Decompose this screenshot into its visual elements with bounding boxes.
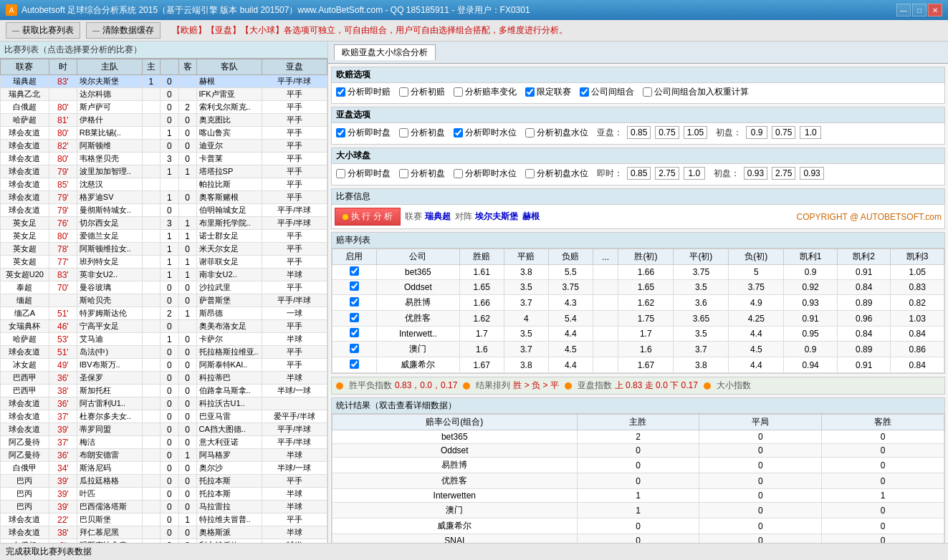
match-time: 39'	[49, 488, 77, 501]
match-row[interactable]: 冰女超 49' IBV布斯万.. 0 0 阿斯泰特KAI.. 平手	[1, 359, 327, 372]
stats-row[interactable]: 易胜博 0 0 0	[332, 458, 944, 473]
odds-win-init: 1.66	[618, 265, 674, 280]
match-row[interactable]: 英女足 76' 切尔西女足 3 1 布里斯托学院.. 平手/半球	[1, 217, 327, 230]
ou-opt-initial[interactable]: 分析初赔	[399, 86, 445, 98]
ou-change-checkbox[interactable]	[454, 87, 463, 97]
ou-opt-immediate[interactable]: 分析即时赔	[336, 86, 391, 98]
ou-weight-checkbox[interactable]	[643, 87, 652, 97]
odds-enabled[interactable]	[332, 357, 377, 373]
match-row[interactable]: 哈萨超 53' 艾马迪 1 0 卡萨尔 半球	[1, 333, 327, 346]
maximize-button[interactable]: □	[912, 4, 927, 16]
bs-opt-immediate[interactable]: 分析即时盘	[336, 168, 391, 180]
bs-opt-initial-water[interactable]: 分析初盘水位	[525, 168, 588, 180]
match-row[interactable]: 女瑞典杯 46' 宁高平女足 0 奥美布洛女足 平手	[1, 320, 327, 333]
stats-row[interactable]: SNAI 0 0 0	[332, 534, 944, 544]
minimize-button[interactable]: —	[896, 4, 911, 16]
match-row[interactable]: 泰超 70' 曼谷玻璃 0 0 沙拉武里 平手	[1, 281, 327, 294]
stats-row[interactable]: Interwetten 1 0 1	[332, 489, 944, 503]
bs-opt-initial[interactable]: 分析初盘	[399, 168, 445, 180]
match-row[interactable]: 球会友道 79' 曼彻斯特城女.. 0 伯明翰城女足 平手/半球	[1, 204, 327, 217]
ou-opt-change[interactable]: 分析赔率变化	[454, 86, 517, 98]
match-row[interactable]: 巴西甲 36' 圣保罗 0 0 科拉蒂巴 半球	[1, 372, 327, 385]
stats-row[interactable]: 威廉希尔 0 0 0	[332, 518, 944, 534]
ou-opt-combo[interactable]: 公司间组合	[580, 86, 634, 98]
match-row[interactable]: 球会友道 22' 巴贝斯堡 0 1 特拉维夫冒普.. 平手	[1, 513, 327, 526]
odds-enabled[interactable]	[332, 342, 377, 357]
match-row[interactable]: 球会友道 39' 蒂罗同盟 0 0 CA挡大图德.. 平手/半球	[1, 423, 327, 436]
match-row[interactable]: 球会友道 38' 拜仁慕尼黑 0 0 奥格斯派 半球	[1, 526, 327, 539]
match-row[interactable]: 球会友道 37' 杜赛尔多夫女.. 0 0 巴亚马雷 爱平手/半球	[1, 410, 327, 423]
ou-immediate-checkbox[interactable]	[336, 87, 345, 97]
odds-enabled-checkbox[interactable]	[350, 313, 359, 322]
odds-enabled[interactable]	[332, 295, 377, 311]
match-row[interactable]: 球会友道 85' 沈慈汉 帕拉比斯 平手	[1, 178, 327, 191]
fetch-matches-button[interactable]: 获取比赛列表	[6, 22, 80, 39]
match-row[interactable]: 英女超 78' 阿斯顿维拉女.. 1 0 米天尔女足 平手	[1, 243, 327, 256]
match-row[interactable]: 缅超 斯哈贝壳 0 0 萨普斯堡 平手/半球	[1, 294, 327, 307]
match-row[interactable]: 巴西甲 38' 斯加托枉 0 0 伯路拿马斯拿.. 半球/一球	[1, 385, 327, 397]
match-row[interactable]: 巴丙 39' 叶匹 0 0 托拉本斯 半球	[1, 488, 327, 501]
asian-immediate-checkbox[interactable]	[336, 128, 345, 137]
match-row[interactable]: 缅乙A 51' 特罗姆斯达伦 2 1 斯昂德 一球	[1, 307, 327, 320]
execute-analysis-button[interactable]: 执 行 分 析	[335, 208, 401, 226]
bs-water-checkbox[interactable]	[454, 169, 463, 178]
odds-enabled-checkbox[interactable]	[350, 359, 359, 369]
ou-combo-checkbox[interactable]	[580, 87, 589, 97]
odds-enabled[interactable]	[332, 265, 377, 280]
asian-initial-water-checkbox[interactable]	[525, 128, 535, 137]
odds-enabled-checkbox[interactable]	[350, 297, 359, 306]
tab-comprehensive[interactable]: 欧赔亚盘大小综合分析	[334, 44, 436, 60]
ou-opt-league[interactable]: 限定联赛	[525, 86, 571, 98]
asian-water-checkbox[interactable]	[454, 128, 463, 137]
match-row[interactable]: 英女超U20 83' 英非女U2.. 1 1 南非女U2.. 半球	[1, 269, 327, 281]
odds-enabled-checkbox[interactable]	[350, 328, 359, 337]
asian-opt-initial[interactable]: 分析初盘	[399, 127, 445, 139]
match-table-container[interactable]: 联赛 时 主队 主 客 客队 亚盘 瑞典超 83' 埃尔夫斯堡 1 0 赫根 平…	[0, 59, 327, 543]
match-row[interactable]: 巴丙 39' 瓜拉廷格格 0 0 托拉本斯 平手	[1, 475, 327, 488]
match-row[interactable]: 英女超 77' 班列特女足 1 1 谢菲联女足 平手	[1, 256, 327, 269]
odds-enabled-checkbox[interactable]	[350, 266, 359, 276]
match-row[interactable]: 阿乙曼待 36' 布朗安德雷 0 1 阿马格罗 半球	[1, 449, 327, 462]
stats-row[interactable]: Oddset 0 0 0	[332, 444, 944, 458]
close-button[interactable]: ✕	[928, 4, 942, 16]
odds-enabled[interactable]	[332, 280, 377, 295]
asian-opt-immediate[interactable]: 分析即时盘	[336, 127, 391, 139]
odds-enabled-checkbox[interactable]	[350, 344, 359, 353]
odds-k2: 0.96	[837, 311, 891, 327]
match-row[interactable]: 瑞典乙北 达尔科德 0 IFK卢雷亚 平手	[1, 88, 327, 101]
match-row[interactable]: 球会友道 80' RB莱比锡(.. 1 0 喀山鲁宾 平手	[1, 127, 327, 140]
match-row[interactable]: 球会友道 36' 阿古雷利U1.. 0 0 科拉沃古U1..	[1, 397, 327, 410]
ou-opt-weight[interactable]: 公司间组合加入权重计算	[643, 86, 749, 98]
match-row[interactable]: 白俄超 9' 明斯克迪拿摩 0 0 利文特侨效 球半	[1, 539, 327, 544]
match-row[interactable]: 哈萨超 81' 伊格什 0 0 奥克图比 平手	[1, 114, 327, 127]
asian-opt-initial-water[interactable]: 分析初盘水位	[525, 127, 588, 139]
odds-enabled-checkbox[interactable]	[350, 281, 359, 291]
asian-opt-water[interactable]: 分析即时水位	[454, 127, 517, 139]
clear-cache-button[interactable]: 清除数据缓存	[86, 22, 161, 39]
match-row[interactable]: 巴丙 39' 巴西儒洛塔斯 0 0 马拉雷拉 半球	[1, 501, 327, 513]
window-controls[interactable]: — □ ✕	[896, 4, 942, 16]
match-row[interactable]: 瑞典超 83' 埃尔夫斯堡 1 0 赫根 平手/半球	[1, 75, 327, 88]
match-row[interactable]: 英女足 80' 爱德兰女足 1 1 诺士郡女足 平手	[1, 230, 327, 243]
match-h	[143, 372, 161, 385]
match-row[interactable]: 球会友道 79' 波里加加智理.. 1 1 塔塔拉SP 平手	[1, 165, 327, 178]
bs-initial-water-checkbox[interactable]	[525, 169, 535, 178]
match-row[interactable]: 球会友道 79' 格罗迪SV 1 0 奥客斯赌根 平手	[1, 191, 327, 204]
match-row[interactable]: 球会友道 82' 阿斯顿维 0 0 迪亚尔 平手	[1, 140, 327, 153]
bs-initial-checkbox[interactable]	[399, 169, 408, 178]
bs-opt-water[interactable]: 分析即时水位	[454, 168, 517, 180]
ou-league-checkbox[interactable]	[525, 87, 535, 97]
stats-row[interactable]: 澳门 1 0 0	[332, 503, 944, 518]
odds-enabled[interactable]	[332, 327, 377, 342]
asian-initial-checkbox[interactable]	[399, 128, 408, 137]
match-row[interactable]: 阿乙曼待 37' 梅洁 0 0 意大利亚诺 平手/半球	[1, 436, 327, 449]
stats-row[interactable]: bet365 2 0 0	[332, 430, 944, 444]
match-row[interactable]: 白俄超 80' 斯卢萨可 0 2 索利戈尔斯克.. 平手	[1, 101, 327, 114]
bs-immediate-checkbox[interactable]	[336, 169, 345, 178]
stats-row[interactable]: 优胜客 0 0 0	[332, 473, 944, 489]
match-row[interactable]: 白俄甲 34' 斯洛尼码 0 0 奥尔沙 半球/一球	[1, 462, 327, 475]
odds-enabled[interactable]	[332, 311, 377, 327]
match-row[interactable]: 球会友道 51' 岛法(中) 0 0 托拉格斯拉维亚.. 平手	[1, 346, 327, 359]
match-row[interactable]: 球会友道 80' 韦格堡贝壳 3 0 卡普莱 平手	[1, 153, 327, 165]
ou-initial-checkbox[interactable]	[399, 87, 408, 97]
